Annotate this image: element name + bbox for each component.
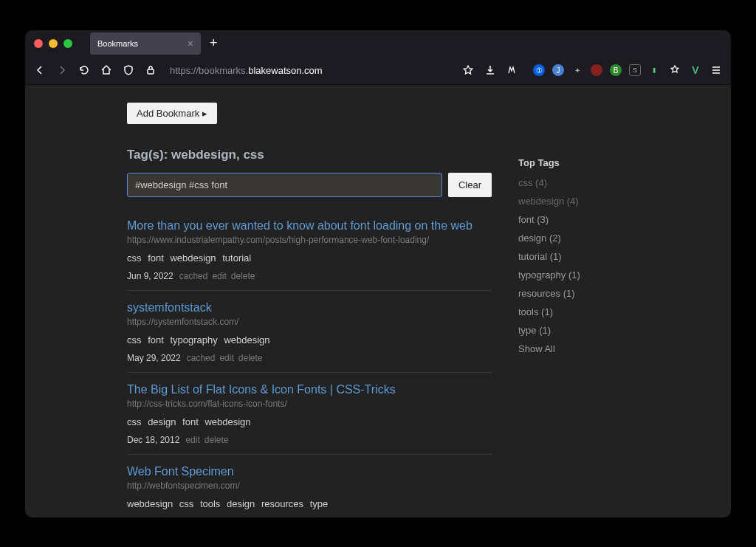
- new-tab-button[interactable]: +: [210, 35, 218, 51]
- top-tag-item[interactable]: type (1): [518, 325, 629, 336]
- ext-icon-1[interactable]: ①: [533, 64, 545, 76]
- bookmark-action-cached[interactable]: cached: [187, 353, 216, 363]
- bookmark-tag[interactable]: type: [310, 498, 329, 509]
- clear-button[interactable]: Clear: [448, 173, 492, 197]
- ext-icon-5[interactable]: B: [610, 64, 622, 76]
- bookmark-tag[interactable]: webdesign: [170, 252, 216, 264]
- bookmark-meta: Jun 9, 2022cachededitdelete: [127, 271, 492, 281]
- top-tag-item[interactable]: resources (1): [518, 288, 629, 299]
- top-tag-item[interactable]: webdesign (4): [518, 196, 629, 207]
- back-button[interactable]: [32, 63, 47, 78]
- top-tag-item[interactable]: css (4): [518, 177, 629, 188]
- top-tag-item[interactable]: tools (1): [518, 306, 629, 317]
- bookmark-url[interactable]: https://www.industrialempathy.com/posts/…: [127, 235, 492, 245]
- bookmark-item: Web Font Specimen http://webfontspecimen…: [127, 465, 492, 517]
- bookmark-tags: css font webdesign tutorial: [127, 252, 492, 264]
- add-bookmark-button[interactable]: Add Bookmark ▸: [127, 103, 217, 124]
- bookmark-tag[interactable]: webdesign: [205, 416, 250, 427]
- bookmark-action-delete[interactable]: delete: [231, 271, 255, 281]
- top-tag-item[interactable]: tutorial (1): [518, 251, 629, 262]
- page-heading: Tag(s): webdesign, css: [127, 148, 492, 162]
- bookmark-list: More than you ever wanted to know about …: [127, 219, 492, 517]
- extension-icons: ① J ✦ B S ⬍ V: [533, 63, 724, 78]
- bookmark-item: More than you ever wanted to know about …: [127, 219, 492, 291]
- lock-icon[interactable]: [143, 63, 158, 78]
- bookmark-date: May 29, 2022: [127, 353, 181, 363]
- ext-icon-7[interactable]: ⬍: [648, 64, 660, 76]
- bookmark-tag[interactable]: webdesign: [127, 498, 173, 509]
- bookmark-title[interactable]: systemfontstack: [127, 301, 492, 314]
- bookmark-title[interactable]: More than you ever wanted to know about …: [127, 219, 492, 233]
- tab-bar: Bookmarks × +: [25, 30, 731, 57]
- menu-icon[interactable]: [709, 63, 724, 78]
- bookmark-date: Dec 2, 2009: [127, 517, 175, 517]
- bookmark-tags: css design font webdesign: [127, 416, 492, 427]
- downloads-icon[interactable]: [483, 63, 498, 78]
- bookmark-url[interactable]: http://css-tricks.com/flat-icons-icon-fo…: [127, 399, 492, 409]
- bookmark-action-cached[interactable]: cached: [179, 271, 208, 281]
- extension-icon[interactable]: [505, 63, 520, 78]
- bookmark-meta: Dec 2, 2009editdelete: [127, 517, 492, 517]
- maximize-window-icon[interactable]: [63, 39, 72, 48]
- top-tag-item[interactable]: font (3): [518, 214, 629, 225]
- address-bar[interactable]: https://bookmarks.blakewatson.com: [165, 62, 453, 79]
- url-text: https://bookmarks.blakewatson.com: [170, 65, 323, 76]
- bookmark-tag[interactable]: css: [127, 334, 142, 345]
- bookmark-tag[interactable]: typography: [170, 334, 217, 345]
- bookmark-action-delete[interactable]: delete: [199, 517, 224, 517]
- vue-devtools-icon[interactable]: V: [690, 64, 701, 76]
- reload-button[interactable]: [77, 63, 92, 78]
- bookmark-tags: css font typography webdesign: [127, 334, 492, 345]
- browser-tab[interactable]: Bookmarks ×: [90, 32, 201, 55]
- bookmark-tag[interactable]: tools: [200, 498, 220, 509]
- bookmark-tag[interactable]: css: [179, 498, 194, 509]
- sidebar: Top Tags css (4)webdesign (4)font (3)des…: [518, 103, 629, 517]
- top-tag-item[interactable]: typography (1): [518, 269, 629, 281]
- bookmark-tag[interactable]: font: [148, 252, 164, 264]
- bookmark-tag[interactable]: webdesign: [224, 334, 269, 345]
- ext-icon-3[interactable]: ✦: [571, 64, 583, 76]
- home-button[interactable]: [99, 63, 114, 78]
- ext-icon-8[interactable]: [667, 63, 682, 78]
- bookmark-action-edit[interactable]: edit: [219, 353, 233, 363]
- bookmark-date: Jun 9, 2022: [127, 271, 173, 281]
- bookmark-url[interactable]: https://systemfontstack.com/: [127, 317, 492, 327]
- browser-toolbar: https://bookmarks.blakewatson.com ① J ✦ …: [25, 57, 731, 85]
- bookmark-tag[interactable]: css: [127, 416, 142, 427]
- bookmark-action-delete[interactable]: delete: [238, 353, 263, 363]
- top-tags-heading: Top Tags: [518, 157, 629, 168]
- ext-icon-2[interactable]: J: [552, 64, 564, 76]
- forward-button[interactable]: [55, 63, 69, 78]
- bookmark-tag[interactable]: resources: [261, 498, 303, 509]
- bookmark-action-delete[interactable]: delete: [205, 435, 229, 445]
- bookmark-tag[interactable]: tutorial: [222, 252, 251, 264]
- bookmark-tag[interactable]: design: [227, 498, 255, 509]
- top-tag-item[interactable]: design (2): [518, 233, 629, 244]
- bookmark-star-icon[interactable]: [461, 63, 475, 78]
- close-window-icon[interactable]: [34, 39, 43, 48]
- bookmark-item: The Big List of Flat Icons & Icon Fonts …: [127, 383, 492, 455]
- ext-icon-6[interactable]: S: [629, 64, 641, 76]
- bookmark-title[interactable]: Web Font Specimen: [127, 465, 492, 478]
- bookmark-tag[interactable]: design: [148, 416, 176, 427]
- bookmark-tag[interactable]: font: [148, 334, 164, 345]
- bookmark-tag[interactable]: css: [127, 252, 142, 264]
- tab-title: Bookmarks: [97, 39, 138, 48]
- tag-list: css (4)webdesign (4)font (3)design (2)tu…: [518, 177, 629, 336]
- svg-rect-0: [148, 69, 154, 74]
- close-tab-icon[interactable]: ×: [188, 38, 193, 49]
- show-all-link[interactable]: Show All: [518, 343, 629, 354]
- search-input[interactable]: [127, 173, 442, 197]
- minimize-window-icon[interactable]: [49, 39, 58, 48]
- bookmark-title[interactable]: The Big List of Flat Icons & Icon Fonts …: [127, 383, 492, 396]
- window-controls: [34, 39, 72, 48]
- bookmark-meta: May 29, 2022cachededitdelete: [127, 353, 492, 363]
- bookmark-action-edit[interactable]: edit: [185, 435, 199, 445]
- bookmark-url[interactable]: http://webfontspecimen.com/: [127, 481, 492, 491]
- bookmark-action-edit[interactable]: edit: [181, 517, 195, 517]
- bookmark-tags: webdesign css tools design resources typ…: [127, 498, 492, 509]
- ext-icon-4[interactable]: [591, 64, 602, 76]
- shield-icon[interactable]: [121, 63, 136, 78]
- bookmark-tag[interactable]: font: [182, 416, 199, 427]
- bookmark-action-edit[interactable]: edit: [212, 271, 226, 281]
